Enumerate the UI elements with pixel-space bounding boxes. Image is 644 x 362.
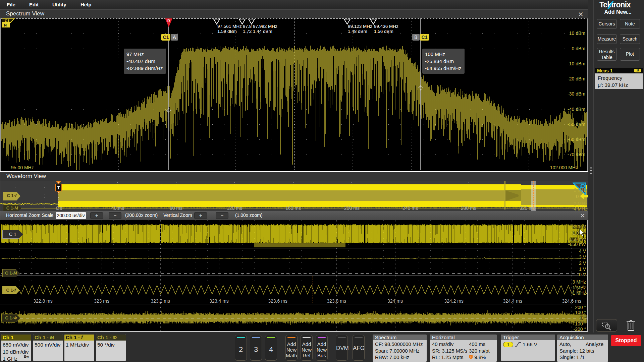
- svg-text:C1: C1: [5, 19, 9, 23]
- svg-text:N: N: [4, 23, 7, 27]
- svg-text:T: T: [470, 355, 472, 359]
- svg-text:R: R: [167, 19, 170, 23]
- svg-text:Tektronix: Tektronix: [599, 1, 631, 9]
